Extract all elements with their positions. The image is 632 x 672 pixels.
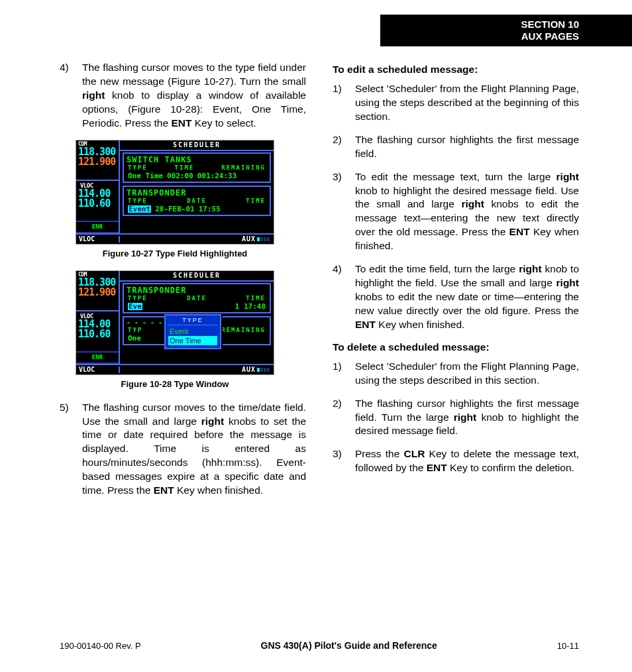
footer-docnum: 190-00140-00 Rev. P [60, 641, 141, 651]
delete-step-3: 3) Press the CLR Key to delete the messa… [333, 447, 579, 475]
footer-pagenum: 10-11 [557, 641, 579, 651]
figure-caption-27: Figure 10-27 Type Field Highlighted [76, 249, 274, 258]
left-column: 4) The flashing cursor moves to the type… [60, 61, 306, 507]
page-bars-icon [257, 237, 270, 241]
edit-step-4: 4) To edit the time field, turn the larg… [333, 262, 579, 332]
step-text: The flashing cursor moves to the type fi… [82, 61, 306, 131]
popup-item-event: Event [168, 327, 217, 336]
step-5: 5) The flashing cursor moves to the time… [60, 401, 306, 498]
footer-title: GNS 430(A) Pilot's Guide and Reference [261, 640, 437, 651]
figure-10-28: COM 118.300 121.900 VLOC 114.00 110.60 E… [76, 270, 274, 389]
popup-item-one-time: One Time [168, 336, 217, 345]
figure-caption-28: Figure 10-28 Type Window [76, 379, 274, 389]
edit-heading: To edit a scheduled message: [333, 64, 579, 76]
edit-step-3: 3) To edit the message text, turn the la… [333, 170, 579, 254]
header-line1: SECTION 10 [380, 19, 579, 30]
step-4: 4) The flashing cursor moves to the type… [60, 61, 306, 131]
figure-10-27: COM 118.300 121.900 VLOC 114.00 110.60 E… [76, 140, 274, 258]
enr-button: ENR [76, 221, 119, 233]
delete-heading: To delete a scheduled message: [333, 341, 579, 353]
page-bars-icon-2 [257, 368, 270, 372]
step-num: 4) [60, 61, 82, 131]
scheduler-box-1: SWITCH TANKS TYPE TIME REMAINING One Tim… [123, 152, 271, 183]
type-field-highlighted: Event [128, 205, 151, 213]
page-footer: 190-00140-00 Rev. P GNS 430(A) Pilot's G… [60, 640, 579, 651]
delete-step-1: 1) Select 'Scheduler' from the Flight Pl… [333, 360, 579, 388]
device-screenshot-27: COM 118.300 121.900 VLOC 114.00 110.60 E… [76, 140, 274, 245]
delete-step-2: 2) The flashing cursor highlights the fi… [333, 397, 579, 439]
right-column: To edit a scheduled message: 1) Select '… [333, 61, 579, 507]
edit-step-2: 2) The flashing cursor highlights the fi… [333, 133, 579, 161]
header-line2: AUX PAGES [380, 30, 579, 42]
edit-step-1: 1) Select 'Scheduler' from the Flight Pl… [333, 82, 579, 124]
scheduler-box-2: TRANSPONDER TYPE DATE TIME Event 28-FEB-… [123, 186, 271, 216]
type-popup: TYPE Event One Time [164, 314, 221, 349]
section-header: SECTION 10 AUX PAGES [380, 15, 632, 46]
scheduler-box-1b: TRANSPONDER TYPE DATE TIME Eve 1 17:48 [123, 283, 271, 313]
scheduler-title: SCHEDULER [120, 140, 274, 151]
enr-button-2: ENR [76, 351, 119, 364]
